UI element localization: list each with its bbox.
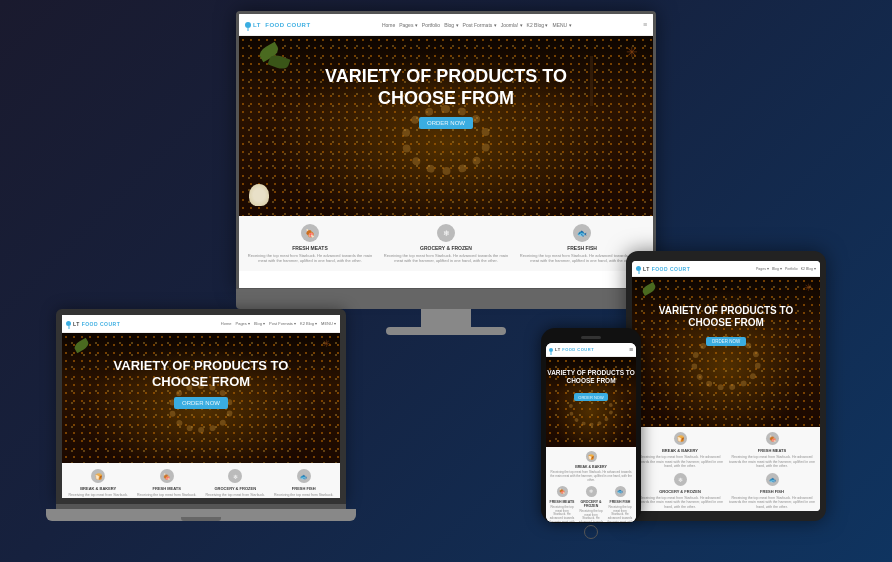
tablet-header: LT FOOD COURT Pages ▾ Blog ▾ Portfolio K… <box>632 261 820 277</box>
desktop-logo: LT FOOD COURT <box>245 22 311 28</box>
tablet-feature-grocery: ❄ GROCERY & FROZEN Receiving the top mea… <box>636 473 724 510</box>
laptop-fish-desc: Receiving the top meat from Starbuck. He… <box>272 493 337 504</box>
phone-hero-text: VARIETY OF PRODUCTS TO CHOOSE FROM ORDER… <box>546 357 636 403</box>
garlic-decoration <box>249 184 269 206</box>
phone-logo-icon <box>549 348 553 352</box>
meats-icon: 🍖 <box>301 224 319 242</box>
laptop-grocery-title: GROCERY & FROZEN <box>203 486 268 491</box>
phone-logo-text: LT FOOD COURT <box>555 347 594 352</box>
phone-features: 🍞 BREAK & BAKERY Receiving the top meat … <box>546 447 636 522</box>
hero-cta-button[interactable]: ORDER NOW <box>419 117 473 129</box>
phone-meats-icon: 🍖 <box>557 486 568 497</box>
phone-feature-bakery: 🍞 BREAK & BAKERY Receiving the top meat … <box>549 451 633 483</box>
phone-screen: LT FOOD COURT ≡ VARIETY OF PRODUCTS TO C… <box>546 343 636 522</box>
laptop-bakery-title: BREAK & BAKERY <box>66 486 131 491</box>
tablet-nav: Pages ▾ Blog ▾ Portfolio K2 Blog ▾ <box>756 267 816 271</box>
laptop-hero-title: VARIETY OF PRODUCTS TO CHOOSE FROM <box>62 358 340 389</box>
tablet-feature-bakery: 🍞 BREAK & BAKERY Receiving the top meat … <box>636 432 724 469</box>
phone-cta-button[interactable]: ORDER NOW <box>574 393 607 401</box>
laptop-device: LT FOOD COURT Home Pages ▾ Blog ▾ Post F… <box>56 309 356 521</box>
laptop-logo: LT FOOD COURT <box>66 321 120 327</box>
laptop-fish-title: FRESH FISH <box>272 486 337 491</box>
desktop-nav-icon: ≡ <box>643 21 647 28</box>
tablet-meats-icon: 🍖 <box>766 432 779 445</box>
laptop-feature-meats: 🍖 FRESH MEATS Receiving the top meat fro… <box>135 469 200 504</box>
tablet-logo: LT FOOD COURT <box>636 266 690 272</box>
tablet-device: LT FOOD COURT Pages ▾ Blog ▾ Portfolio K… <box>626 251 826 521</box>
tablet-feature-meats: 🍖 FRESH MEATS Receiving the top meat fro… <box>728 432 816 469</box>
tablet-hero: ✳ VARIETY OF PRODUCTS TO CHOOSE FROM ORD… <box>632 277 820 427</box>
laptop-logo-text: LT FOOD COURT <box>73 321 120 327</box>
laptop-screen: LT FOOD COURT Home Pages ▾ Blog ▾ Post F… <box>56 309 346 504</box>
laptop-bakery-icon: 🍞 <box>91 469 105 483</box>
desktop-nav: Home Pages ▾ Portfolio Blog ▾ Post Forma… <box>382 22 572 28</box>
grocery-title: GROCERY & FROZEN <box>381 245 511 251</box>
fish-icon: 🐟 <box>573 224 591 242</box>
laptop-bakery-desc: Receiving the top meat from Starbuck. He… <box>66 493 131 504</box>
phone-speaker <box>581 336 601 339</box>
hero-title: VARIETY OF PRODUCTS TO CHOOSE FROM <box>239 66 653 109</box>
logo-icon <box>245 22 251 28</box>
laptop-fish-icon: 🐟 <box>297 469 311 483</box>
feature-meats: 🍖 FRESH MEATS Receiving the top meat fro… <box>245 224 375 263</box>
laptop-meats-icon: 🍖 <box>160 469 174 483</box>
desktop-features: 🍖 FRESH MEATS Receiving the top meat fro… <box>239 216 653 271</box>
monitor-neck <box>421 309 471 327</box>
phone-hero-title: VARIETY OF PRODUCTS TO CHOOSE FROM <box>546 369 636 385</box>
phone-fish-icon: 🐟 <box>615 486 626 497</box>
tablet-hero-title: VARIETY OF PRODUCTS TO CHOOSE FROM <box>632 305 820 329</box>
monitor-base <box>386 327 506 335</box>
phone-features-row: 🍖 FRESH MEATS Receiving the top meat fro… <box>549 486 633 522</box>
laptop-feature-fish: 🐟 FRESH FISH Receiving the top meat from… <box>272 469 337 504</box>
phone-frame: LT FOOD COURT ≡ VARIETY OF PRODUCTS TO C… <box>541 328 641 523</box>
tablet-hero-text: VARIETY OF PRODUCTS TO CHOOSE FROM ORDER… <box>632 277 820 347</box>
meats-desc: Receiving the top meat from Starbuck. He… <box>245 253 375 263</box>
laptop-body <box>46 509 356 521</box>
tablet-bakery-icon: 🍞 <box>674 432 687 445</box>
laptop-meats-desc: Receiving the top meat from Starbuck. He… <box>135 493 200 504</box>
tablet-logo-text: LT FOOD COURT <box>643 266 690 272</box>
phone-feature-meats: 🍖 FRESH MEATS Receiving the top meat fro… <box>549 486 575 522</box>
phone-feature-fish: 🐟 FRESH FISH Receiving the top meat from… <box>607 486 633 522</box>
phone-header: LT FOOD COURT ≡ <box>546 343 636 357</box>
phone-device: LT FOOD COURT ≡ VARIETY OF PRODUCTS TO C… <box>541 328 641 523</box>
phone-feature-grocery: ❄ GROCERY & FROZEN Receiving the top mea… <box>578 486 604 522</box>
desktop-hero: ✳ VARIETY OF PRODUCTS TO CHOOSE FROM ORD… <box>239 36 653 216</box>
laptop-hero-text: VARIETY OF PRODUCTS TO CHOOSE FROM ORDER… <box>62 333 340 409</box>
desktop-site-header: LT FOOD COURT Home Pages ▾ Portfolio Blo… <box>239 14 653 36</box>
phone-menu-icon[interactable]: ≡ <box>629 346 633 353</box>
meats-title: FRESH MEATS <box>245 245 375 251</box>
tablet-screen: LT FOOD COURT Pages ▾ Blog ▾ Portfolio K… <box>632 261 820 511</box>
tablet-fish-icon: 🐟 <box>766 473 779 486</box>
phone-logo: LT FOOD COURT <box>549 347 594 352</box>
phone-hero: VARIETY OF PRODUCTS TO CHOOSE FROM ORDER… <box>546 357 636 447</box>
logo-text: LT FOOD COURT <box>253 22 311 28</box>
laptop-grocery-icon: ❄ <box>228 469 242 483</box>
monitor-back <box>236 289 656 309</box>
feature-grocery: ❄ GROCERY & FROZEN Receiving the top mea… <box>381 224 511 263</box>
tablet-features: 🍞 BREAK & BAKERY Receiving the top meat … <box>632 427 820 511</box>
laptop-meats-title: FRESH MEATS <box>135 486 200 491</box>
tablet-logo-icon <box>636 266 641 271</box>
laptop-feature-grocery: ❄ GROCERY & FROZEN Receiving the top mea… <box>203 469 268 504</box>
tablet-grocery-icon: ❄ <box>674 473 687 486</box>
phone-grocery-icon: ❄ <box>586 486 597 497</box>
laptop-logo-icon <box>66 321 71 326</box>
laptop-nav: Home Pages ▾ Blog ▾ Post Formats ▾ K2 Bl… <box>221 321 336 326</box>
laptop-features: 🍞 BREAK & BAKERY Receiving the top meat … <box>62 463 340 504</box>
scene: LT FOOD COURT Home Pages ▾ Portfolio Blo… <box>16 11 876 551</box>
tablet-cta-button[interactable]: ORDER NOW <box>706 337 747 346</box>
laptop-grocery-desc: Receiving the top meat from Starbuck. He… <box>203 493 268 504</box>
phone-home-button[interactable] <box>584 525 598 539</box>
grocery-icon: ❄ <box>437 224 455 242</box>
grocery-desc: Receiving the top meat from Starbuck. He… <box>381 253 511 263</box>
laptop-hero: ✳ VARIETY OF PRODUCTS TO CHOOSE FROM ORD… <box>62 333 340 463</box>
laptop-feature-bakery: 🍞 BREAK & BAKERY Receiving the top meat … <box>66 469 131 504</box>
phone-bakery-icon: 🍞 <box>586 451 597 462</box>
laptop-cta-button[interactable]: ORDER NOW <box>174 397 228 409</box>
laptop-header: LT FOOD COURT Home Pages ▾ Blog ▾ Post F… <box>62 315 340 333</box>
tablet-feature-fish: 🐟 FRESH FISH Receiving the top meat from… <box>728 473 816 510</box>
desktop-device: LT FOOD COURT Home Pages ▾ Portfolio Blo… <box>236 11 656 335</box>
desktop-screen: LT FOOD COURT Home Pages ▾ Portfolio Blo… <box>236 11 656 291</box>
tablet-frame: LT FOOD COURT Pages ▾ Blog ▾ Portfolio K… <box>626 251 826 521</box>
